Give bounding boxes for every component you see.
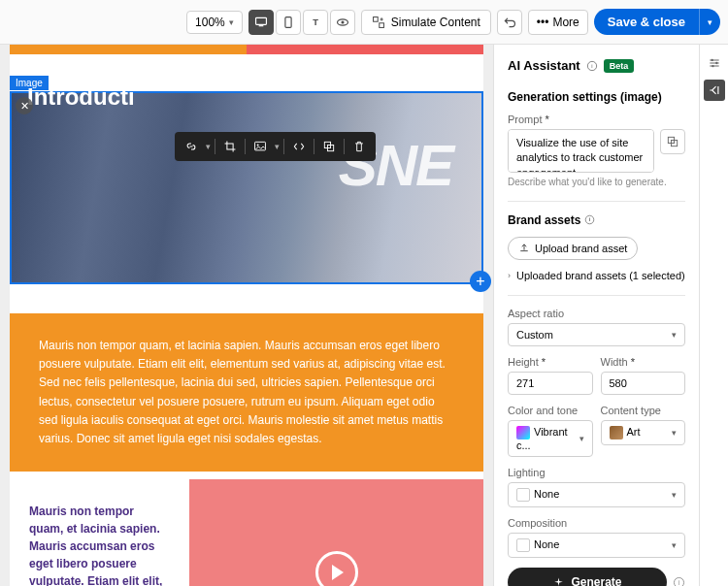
play-button[interactable] xyxy=(315,551,358,586)
prompt-helper: Describe what you'd like to generate. xyxy=(508,177,685,187)
image-add-button[interactable]: + xyxy=(470,271,491,292)
ft-link-button[interactable] xyxy=(181,136,202,157)
gen-settings-title: Generation settings (image) xyxy=(508,90,685,104)
ft-code-button[interactable] xyxy=(288,136,310,157)
info-icon: i xyxy=(586,60,598,72)
main-area: Introducti Image ✕ + Mauris non tempor q… xyxy=(0,45,728,586)
upload-label: Upload brand asset xyxy=(535,243,627,254)
device-text-button[interactable]: T xyxy=(303,10,328,35)
uploaded-assets-row[interactable]: › Uploaded brand assets (1 selected) xyxy=(508,270,685,281)
chevron-down-icon: ▾ xyxy=(672,540,677,550)
rail-collapse-button[interactable] xyxy=(704,80,725,101)
composition-row: Composition None ▾ xyxy=(508,517,685,558)
svg-point-20 xyxy=(711,59,712,61)
chevron-down-icon: ▾ xyxy=(672,490,677,500)
composition-value: None xyxy=(516,538,559,552)
svg-point-21 xyxy=(715,62,717,64)
upload-brand-asset-button[interactable]: Upload brand asset xyxy=(508,237,638,260)
lighting-row: Lighting None ▾ xyxy=(508,467,685,507)
more-label: More xyxy=(552,16,579,29)
ft-copy-button[interactable] xyxy=(318,136,340,157)
rail-settings-button[interactable] xyxy=(704,52,725,74)
svg-text:i: i xyxy=(678,578,679,585)
purple-text-block: Mauris non tempor quam, et lacinia sapie… xyxy=(10,479,189,586)
chevron-down-icon: ▾ xyxy=(229,17,234,27)
ft-delete-button[interactable] xyxy=(348,136,370,157)
color-content-row: Color and tone Vibrant c... ▾ Content ty… xyxy=(508,405,685,457)
panel-header: AI Assistant i Beta xyxy=(508,58,685,73)
orange-text-block: Mauris non tempor quam, et lacinia sapie… xyxy=(10,313,483,472)
divider xyxy=(508,201,685,202)
none-swatch xyxy=(516,488,530,502)
chevron-down-icon: ▾ xyxy=(672,428,677,438)
ai-assistant-panel: AI Assistant i Beta Generation settings … xyxy=(493,45,699,586)
video-block xyxy=(189,479,483,586)
content-select[interactable]: Art ▾ xyxy=(601,420,686,445)
svg-text:i: i xyxy=(589,217,591,223)
vibrant-swatch xyxy=(516,426,530,440)
lighting-value: None xyxy=(516,488,559,502)
content-value: Art xyxy=(610,426,641,440)
device-group: T xyxy=(248,10,355,35)
divider xyxy=(508,295,685,296)
prompt-label: Prompt * xyxy=(508,114,685,125)
prompt-action-button[interactable] xyxy=(660,129,685,154)
height-input[interactable] xyxy=(508,372,593,395)
svg-text:T: T xyxy=(313,17,318,27)
width-label: Width * xyxy=(601,356,686,368)
save-close-button[interactable]: Save & close xyxy=(594,9,699,35)
simulate-label: Simulate Content xyxy=(391,16,480,29)
brand-assets-label: Brand assets xyxy=(508,213,580,227)
simulate-content-button[interactable]: Simulate Content xyxy=(361,10,491,35)
color-bar-orange xyxy=(10,45,247,54)
image-close-button[interactable]: ✕ xyxy=(16,97,33,114)
zoom-select[interactable]: 100% ▾ xyxy=(186,11,243,34)
ft-crop-button[interactable] xyxy=(219,136,241,157)
separator xyxy=(314,139,314,154)
split-row: Mauris non tempor quam, et lacinia sapie… xyxy=(10,479,483,586)
more-button[interactable]: ••• More xyxy=(528,10,588,35)
none-swatch xyxy=(516,538,530,552)
separator xyxy=(245,139,246,154)
simulate-icon xyxy=(372,16,385,29)
floating-toolbar: ▾ ▾ xyxy=(175,132,376,161)
composition-select[interactable]: None ▾ xyxy=(508,533,685,558)
height-label: Height * xyxy=(508,356,593,368)
undo-button[interactable] xyxy=(497,10,522,35)
color-select[interactable]: Vibrant c... ▾ xyxy=(508,420,593,457)
image-block[interactable]: Image ✕ + xyxy=(10,91,483,284)
chevron-down-icon: ▾ xyxy=(579,434,584,443)
aspect-select[interactable]: Custom ▾ xyxy=(508,323,685,346)
info-icon[interactable]: i xyxy=(673,576,685,586)
stage-image xyxy=(12,93,481,282)
aspect-label: Aspect ratio xyxy=(508,308,685,319)
ellipsis-icon: ••• xyxy=(537,16,549,29)
brand-assets-header: Brand assets i xyxy=(508,213,685,227)
color-label: Color and tone xyxy=(508,405,593,416)
lighting-select[interactable]: None ▾ xyxy=(508,482,685,507)
panel-title: AI Assistant xyxy=(508,58,580,73)
device-preview-button[interactable] xyxy=(330,10,355,35)
content-wrapper: Introducti Image ✕ + Mauris non tempor q… xyxy=(10,45,483,586)
color-value: Vibrant c... xyxy=(516,426,579,451)
generate-button[interactable]: Generate xyxy=(508,568,667,586)
ft-image-button[interactable] xyxy=(249,136,271,157)
intro-heading: Introducti xyxy=(10,54,483,111)
save-dropdown-button[interactable]: ▾ xyxy=(699,9,720,35)
generate-row: Generate i xyxy=(508,568,685,586)
dimensions-row: Height * Width * xyxy=(508,356,685,395)
save-group: Save & close ▾ xyxy=(594,9,720,35)
aspect-value: Custom xyxy=(516,329,553,341)
device-mobile-button[interactable] xyxy=(276,10,301,35)
prompt-input[interactable] xyxy=(508,129,654,173)
device-desktop-button[interactable] xyxy=(248,10,274,35)
generate-icon xyxy=(552,576,565,586)
info-icon: i xyxy=(584,214,595,225)
svg-rect-1 xyxy=(258,25,263,26)
width-input[interactable] xyxy=(601,372,686,395)
chevron-down-icon: ▾ xyxy=(206,142,211,151)
svg-rect-6 xyxy=(373,16,378,21)
svg-rect-2 xyxy=(285,16,291,27)
generate-label: Generate xyxy=(571,575,621,586)
canvas: Introducti Image ✕ + Mauris non tempor q… xyxy=(0,45,493,586)
